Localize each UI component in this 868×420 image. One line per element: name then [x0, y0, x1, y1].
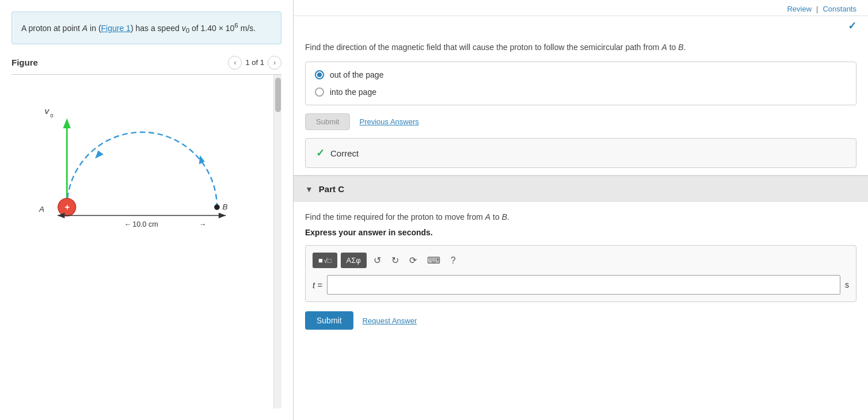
part-c-arrow-icon: ▼ [305, 185, 313, 194]
part-c-submit-button[interactable]: Submit [305, 311, 353, 330]
part-c-actions: Submit Request Answer [305, 311, 856, 330]
separator: | [816, 5, 818, 13]
equation-editor: ■ √□ AΣφ ↺ ↻ ⟳ ⌨ ? t = s [305, 245, 856, 302]
part-c-prompt: Find the time required for the proton to… [305, 211, 856, 223]
part-c-content: Find the time required for the proton to… [294, 202, 868, 341]
eq-variable-label: t = [313, 280, 322, 290]
figure-svg: v 0 + A B [12, 79, 259, 240]
svg-marker-13 [219, 213, 226, 219]
problem-text: A proton at point A in (Figure 1) has a … [12, 12, 281, 44]
review-link[interactable]: Review [787, 5, 812, 13]
eq-toolbar: ■ √□ AΣφ ↺ ↻ ⟳ ⌨ ? [313, 253, 849, 268]
svg-text:10.0 cm: 10.0 cm [132, 220, 158, 228]
svg-text:0: 0 [50, 112, 53, 119]
figure-title: Figure [12, 58, 38, 67]
submit-row: Submit Previous Answers [305, 113, 856, 130]
svg-text:B: B [223, 203, 228, 211]
figure-prev-button[interactable]: ‹ [228, 56, 242, 70]
svg-text:+: + [64, 202, 70, 212]
option-out-of-page[interactable]: out of the page [315, 70, 847, 79]
part-c-instruction: Express your answer in seconds. [305, 228, 856, 237]
figure-scrollbar-thumb [275, 78, 281, 112]
question-prompt: Find the direction of the magnetic field… [305, 41, 856, 54]
figure-link[interactable]: Figure 1 [101, 24, 131, 33]
figure-counter: 1 of 1 [245, 58, 264, 67]
eq-help-button[interactable]: ? [447, 253, 459, 268]
eq-answer-input[interactable] [327, 275, 840, 295]
svg-text:←: ← [124, 220, 132, 228]
svg-text:v: v [45, 106, 50, 116]
radio-into-page[interactable] [315, 87, 324, 97]
option-into-page[interactable]: into the page [315, 87, 847, 97]
question-section: Find the direction of the magnetic field… [294, 32, 868, 175]
previous-answers-link[interactable]: Previous Answers [359, 117, 418, 126]
svg-text:A: A [39, 205, 44, 213]
top-checkmark-icon: ✓ [848, 20, 856, 32]
eq-keyboard-button[interactable]: ⌨ [424, 253, 444, 268]
part-c-section: ▼ Part C Find the time required for the … [294, 175, 868, 341]
option-into-page-label: into the page [330, 87, 376, 97]
radio-out-of-page[interactable] [315, 70, 324, 79]
svg-text:→: → [199, 220, 207, 228]
eq-reset-button[interactable]: ⟳ [406, 253, 420, 268]
svg-point-9 [214, 204, 220, 210]
figure-content: v 0 + A B [12, 75, 273, 408]
correct-checkmark-icon: ✓ [316, 147, 325, 159]
svg-marker-3 [63, 119, 71, 128]
correct-box: ✓ Correct [305, 138, 856, 168]
eq-redo-button[interactable]: ↻ [388, 253, 402, 268]
checkmark-area: ✓ [294, 16, 868, 32]
constants-link[interactable]: Constants [823, 5, 856, 13]
part-c-label: Part C [319, 184, 344, 194]
left-panel: A proton at point A in (Figure 1) has a … [0, 0, 294, 420]
eq-sqrt-icon: √□ [324, 257, 332, 264]
option-out-of-page-label: out of the page [330, 70, 383, 79]
eq-unit-label: s [845, 280, 849, 289]
figure-nav: ‹ 1 of 1 › [228, 56, 281, 70]
figure-header: Figure ‹ 1 of 1 › [12, 56, 281, 75]
submit-button-disabled: Submit [305, 113, 350, 130]
eq-input-row: t = s [313, 275, 849, 295]
correct-label: Correct [330, 148, 359, 158]
eq-symbols-label: AΣφ [347, 256, 361, 265]
eq-template-icon: ■ [318, 256, 323, 265]
eq-symbols-button[interactable]: AΣφ [341, 253, 367, 268]
svg-marker-4 [93, 149, 104, 159]
options-box: out of the page into the page [305, 62, 856, 105]
figure-section: Figure ‹ 1 of 1 › v 0 [12, 56, 281, 408]
right-panel: Review | Constants ✓ Find the direction … [294, 0, 868, 420]
figure-scrollbar[interactable] [273, 75, 281, 408]
figure-scroll: v 0 + A B [12, 75, 281, 408]
figure-next-button[interactable]: › [268, 56, 281, 70]
request-answer-link[interactable]: Request Answer [363, 316, 417, 325]
part-c-header[interactable]: ▼ Part C [294, 175, 868, 202]
eq-undo-button[interactable]: ↺ [370, 253, 384, 268]
eq-template-button[interactable]: ■ √□ [313, 253, 337, 268]
top-links: Review | Constants [294, 0, 868, 16]
